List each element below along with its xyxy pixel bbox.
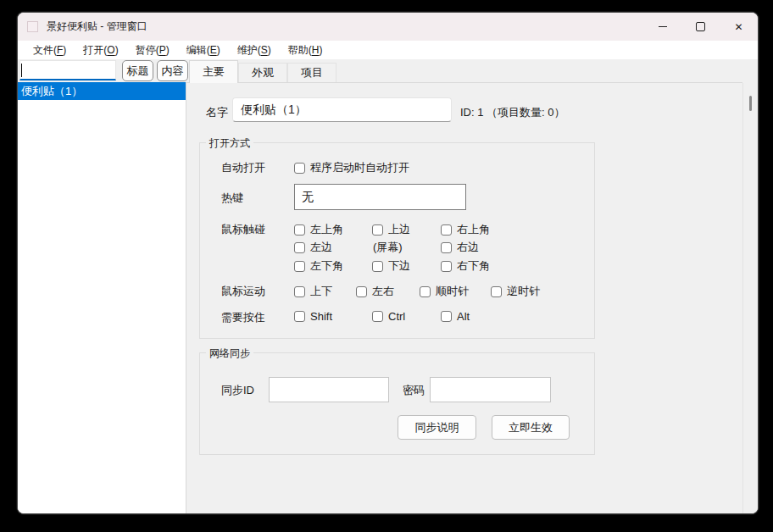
menu-item-edit[interactable]: 编辑(E) [178, 43, 229, 58]
password-label: 密码 [403, 383, 425, 398]
checkbox-touch-bottom-right[interactable]: 右下角 [441, 258, 490, 274]
menu-bar: 文件(F) 打开(O) 暂停(P) 编辑(E) 维护(S) 帮助(H) [18, 41, 758, 59]
checkbox-auto-open-startup[interactable]: 程序启动时自动打开 [294, 160, 409, 175]
title-bar: 景好便利贴 - 管理窗口 ✕ [18, 13, 758, 41]
password-input[interactable] [430, 377, 551, 402]
checkbox-motion-clockwise[interactable]: 顺时针 [420, 284, 469, 299]
hotkey-label: 热键 [221, 191, 243, 206]
menu-item-help[interactable]: 帮助(H) [280, 43, 331, 58]
scrollbar[interactable] [742, 83, 758, 513]
app-window: 景好便利贴 - 管理窗口 ✕ 文件(F) 打开(O) 暂停(P) 编辑(E) 维… [17, 12, 759, 514]
checkbox-touch-top[interactable]: 上边 [372, 222, 410, 237]
checkbox-icon [441, 242, 452, 253]
checkbox-motion-updown[interactable]: 上下 [294, 284, 332, 299]
checkbox-icon [420, 286, 431, 297]
checkbox-modifier-ctrl[interactable]: Ctrl [372, 310, 405, 323]
sync-help-button[interactable]: 同步说明 [398, 415, 476, 440]
modifier-label: 需要按住 [221, 310, 265, 325]
minimize-icon [659, 26, 667, 27]
checkbox-modifier-alt[interactable]: Alt [441, 310, 470, 323]
auto-open-label: 自动打开 [221, 160, 265, 175]
app-icon [27, 21, 38, 32]
open-method-group-title: 打开方式 [206, 136, 253, 151]
tab-appearance[interactable]: 外观 [238, 63, 287, 82]
checkbox-icon [372, 311, 383, 322]
checkbox-touch-top-left[interactable]: 左上角 [294, 222, 343, 237]
close-icon: ✕ [734, 22, 742, 32]
note-list: 便利贴（1） [18, 82, 186, 513]
tab-strip: 主要 外观 项目 [186, 59, 742, 83]
close-button[interactable]: ✕ [720, 13, 758, 41]
checkbox-touch-left[interactable]: 左边 [294, 240, 332, 255]
menu-item-pause[interactable]: 暂停(P) [127, 43, 178, 58]
tab-items[interactable]: 项目 [287, 63, 336, 82]
screen-center-label: (屏幕) [373, 240, 403, 255]
maximize-icon [696, 22, 705, 31]
list-item-note[interactable]: 便利贴（1） [18, 82, 186, 100]
checkbox-icon [372, 261, 383, 272]
mouse-touch-label: 鼠标触碰 [221, 222, 265, 237]
checkbox-icon [356, 286, 367, 297]
checkbox-icon [294, 242, 305, 253]
checkbox-icon [294, 261, 305, 272]
toolbar: 标题 内容 主要 外观 项目 [18, 59, 758, 83]
network-sync-group: 网络同步 同步ID 密码 同步说明 立即生效 [199, 352, 595, 455]
minimize-button[interactable] [643, 13, 681, 41]
name-input[interactable] [232, 97, 452, 122]
network-sync-group-title: 网络同步 [206, 346, 253, 361]
window-controls: ✕ [643, 13, 758, 41]
filter-title-button[interactable]: 标题 [122, 60, 153, 81]
menu-item-maintain[interactable]: 维护(S) [229, 43, 280, 58]
id-info: ID: 1 （项目数量: 0） [460, 105, 565, 120]
checkbox-icon [294, 311, 305, 322]
window-title: 景好便利贴 - 管理窗口 [47, 19, 147, 34]
checkbox-motion-leftright[interactable]: 左右 [356, 284, 394, 299]
checkbox-touch-bottom-left[interactable]: 左下角 [294, 258, 343, 274]
mouse-motion-label: 鼠标运动 [221, 284, 265, 299]
checkbox-icon [441, 261, 452, 272]
checkbox-motion-counterclockwise[interactable]: 逆时针 [491, 284, 540, 299]
sync-id-input[interactable] [269, 377, 389, 402]
checkbox-icon [294, 286, 305, 297]
checkbox-modifier-shift[interactable]: Shift [294, 310, 332, 323]
name-label: 名字 [206, 105, 228, 120]
scrollbar-thumb[interactable] [749, 96, 752, 111]
menu-item-file[interactable]: 文件(F) [25, 43, 75, 58]
checkbox-touch-top-right[interactable]: 右上角 [441, 222, 490, 237]
tab-main[interactable]: 主要 [189, 60, 238, 83]
search-input[interactable] [19, 60, 116, 80]
hotkey-input[interactable] [294, 184, 466, 210]
checkbox-icon [294, 163, 305, 174]
apply-now-button[interactable]: 立即生效 [492, 415, 570, 440]
open-method-group: 打开方式 自动打开 程序启动时自动打开 热键 鼠标触碰 左上角 上边 右上角 [199, 142, 595, 339]
checkbox-icon [441, 224, 452, 236]
main-panel: 名字 ID: 1 （项目数量: 0） 打开方式 自动打开 程序启动时自动打开 热… [186, 83, 742, 513]
checkbox-touch-right[interactable]: 右边 [441, 240, 479, 255]
filter-content-button[interactable]: 内容 [157, 60, 188, 81]
checkbox-icon [294, 224, 305, 236]
checkbox-icon [441, 311, 452, 322]
text-cursor [21, 64, 22, 77]
checkbox-touch-bottom[interactable]: 下边 [372, 258, 410, 274]
maximize-button[interactable] [681, 13, 720, 41]
menu-item-open[interactable]: 打开(O) [75, 43, 126, 58]
checkbox-icon [491, 286, 502, 297]
checkbox-icon [372, 224, 383, 236]
sync-id-label: 同步ID [221, 383, 254, 398]
